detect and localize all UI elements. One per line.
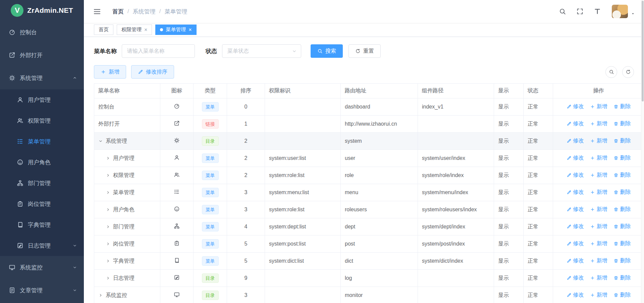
delete-row-button[interactable]: 删除 [613, 120, 631, 127]
cell-visible: 显示 [494, 133, 524, 150]
delete-row-button[interactable]: 删除 [613, 172, 631, 179]
user-avatar[interactable] [612, 5, 628, 18]
tab-2[interactable]: 菜单管理× [155, 25, 196, 35]
add-row-button[interactable]: 新增 [590, 223, 607, 230]
chevron-right-icon[interactable] [106, 276, 110, 280]
add-row-button[interactable]: 新增 [590, 172, 607, 179]
chevron-down-icon[interactable] [98, 139, 103, 143]
chevron-right-icon[interactable] [106, 190, 110, 195]
delete-row-button[interactable]: 删除 [613, 137, 631, 144]
sidebar-item-3[interactable]: 用户管理 [0, 89, 84, 110]
cell-sort: 9 [227, 270, 265, 287]
edit-row-button[interactable]: 修改 [567, 137, 584, 144]
chevron-right-icon[interactable] [106, 156, 110, 161]
font-size-icon[interactable] [594, 8, 601, 15]
delete-row-button[interactable]: 删除 [613, 274, 631, 282]
edit-row-button[interactable]: 修改 [567, 155, 584, 162]
tab-close-icon[interactable]: × [144, 27, 147, 33]
breadcrumb-item-1[interactable]: 系统管理 [133, 8, 156, 15]
sidebar-item-1[interactable]: 外部打开 [0, 44, 84, 67]
edit-row-button[interactable]: 修改 [567, 223, 584, 230]
add-button[interactable]: 新增 [94, 65, 126, 79]
delete-row-button[interactable]: 删除 [613, 257, 631, 264]
sidebar-item-9[interactable]: 字典管理 [0, 214, 84, 235]
add-row-button[interactable]: 新增 [590, 206, 607, 213]
refresh-table-button[interactable] [622, 66, 634, 78]
cell-type: 菜单 [194, 218, 227, 235]
delete-row-button[interactable]: 删除 [613, 240, 631, 247]
sidebar-item-2[interactable]: 系统管理 [0, 67, 84, 89]
edit-row-button[interactable]: 修改 [567, 189, 584, 196]
cell-menu-name: 日志管理 [94, 270, 160, 287]
add-row-button[interactable]: 新增 [590, 274, 607, 282]
cell-permission: system:role:list [265, 201, 341, 218]
edit-row-button[interactable]: 修改 [567, 257, 584, 264]
chevron-right-icon[interactable] [106, 224, 110, 229]
cell-sort: 5 [227, 235, 265, 253]
edit-row-button[interactable]: 修改 [567, 103, 584, 110]
type-tag: 菜单 [202, 171, 219, 180]
menu-name-input[interactable] [122, 44, 195, 58]
sidebar-item-5[interactable]: 菜单管理 [0, 131, 84, 152]
edit-row-button[interactable]: 修改 [567, 292, 584, 299]
add-row-button[interactable]: 新增 [590, 155, 607, 162]
delete-row-button[interactable]: 删除 [613, 206, 631, 213]
add-row-button[interactable]: 新增 [590, 137, 607, 144]
tab-0[interactable]: 首页 [94, 25, 113, 35]
status-select[interactable]: 菜单状态 [222, 44, 301, 58]
delete-row-button[interactable]: 删除 [613, 103, 631, 110]
edit-row-button[interactable]: 修改 [567, 274, 584, 282]
search-icon[interactable] [559, 8, 566, 15]
tab-close-icon[interactable]: × [189, 27, 192, 33]
fullscreen-icon[interactable] [576, 8, 584, 15]
chevron-right-icon[interactable] [106, 242, 110, 246]
add-row-button[interactable]: 新增 [590, 292, 607, 299]
cell-icon [160, 184, 194, 201]
chevron-right-icon[interactable] [106, 207, 110, 212]
plus-icon [590, 190, 595, 195]
sidebar-item-4[interactable]: 权限管理 [0, 110, 84, 131]
type-tag: 目录 [202, 273, 219, 283]
chevron-right-icon[interactable] [106, 173, 110, 178]
app-logo[interactable]: V ZrAdmin.NET [0, 0, 84, 21]
breadcrumb-item-0[interactable]: 首页 [112, 8, 124, 15]
add-row-button[interactable]: 新增 [590, 189, 607, 196]
tabs-bar: 首页权限管理×菜单管理× [84, 23, 644, 37]
edit-row-button[interactable]: 修改 [567, 172, 584, 179]
delete-row-button[interactable]: 删除 [613, 292, 631, 299]
sidebar-item-0[interactable]: 控制台 [0, 21, 84, 44]
sidebar-item-11[interactable]: 系统监控 [0, 256, 84, 279]
reset-button[interactable]: 重置 [348, 44, 381, 58]
add-row-button[interactable]: 新增 [590, 103, 607, 110]
edit-row-button-label: 修改 [573, 137, 584, 144]
edit-sort-button[interactable]: 修改排序 [131, 65, 174, 79]
add-row-button[interactable]: 新增 [590, 120, 607, 127]
search-button[interactable]: 搜索 [311, 44, 343, 58]
sidebar-item-10[interactable]: 日志管理 [0, 235, 84, 256]
gear-icon [9, 75, 15, 81]
sidebar-item-8[interactable]: 岗位管理 [0, 193, 84, 214]
chevron-right-icon[interactable] [106, 259, 110, 263]
add-row-button[interactable]: 新增 [590, 257, 607, 264]
cell-type: 菜单 [194, 235, 227, 253]
page-scrollbar-thumb[interactable] [642, 1, 644, 101]
sidebar-item-12[interactable]: 文章管理 [0, 279, 84, 302]
add-row-button[interactable]: 新增 [590, 240, 607, 247]
delete-row-button[interactable]: 删除 [613, 223, 631, 230]
sidebar-item-7[interactable]: 部门管理 [0, 173, 84, 193]
cell-component [418, 116, 494, 133]
delete-row-button[interactable]: 删除 [613, 155, 631, 162]
reset-button-label: 重置 [363, 48, 374, 55]
caret-down-icon[interactable] [631, 11, 635, 16]
tab-1[interactable]: 权限管理× [117, 25, 152, 35]
page-scrollbar[interactable] [641, 0, 644, 303]
edit-row-button[interactable]: 修改 [567, 120, 584, 127]
sidebar-item-6[interactable]: 用户角色 [0, 152, 84, 173]
edit-row-button[interactable]: 修改 [567, 206, 584, 213]
toggle-search-button[interactable] [605, 66, 617, 78]
chevron-right-icon[interactable] [98, 293, 103, 298]
menu-collapse-icon[interactable] [93, 8, 101, 15]
delete-row-button[interactable]: 删除 [613, 189, 631, 196]
edit-row-button[interactable]: 修改 [567, 240, 584, 247]
cell-operations: 修改新增删除 [553, 184, 644, 201]
